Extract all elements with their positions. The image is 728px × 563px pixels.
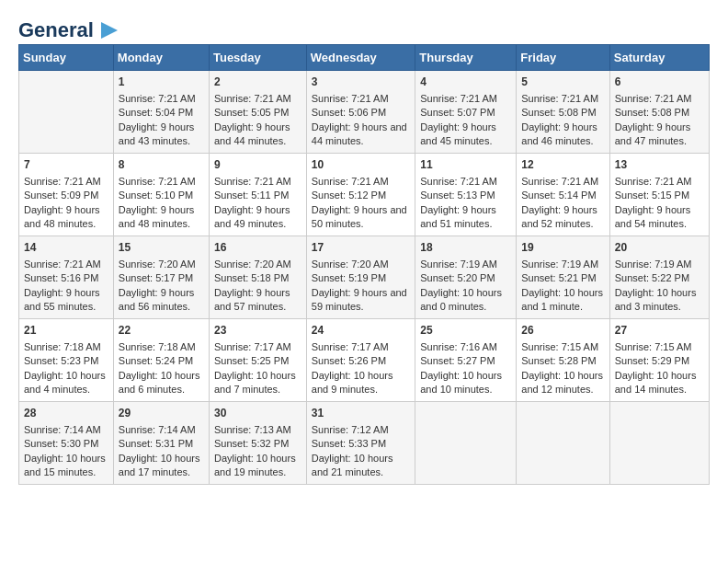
- sunset-text: Sunset: 5:29 PM: [615, 355, 689, 366]
- day-number: 28: [24, 406, 108, 421]
- sunset-text: Sunset: 5:32 PM: [214, 438, 289, 449]
- calendar-cell: 14Sunrise: 7:21 AMSunset: 5:16 PMDayligh…: [19, 236, 114, 319]
- day-number: 30: [214, 406, 301, 421]
- sunset-text: Sunset: 5:14 PM: [521, 190, 596, 201]
- calendar-cell: 30Sunrise: 7:13 AMSunset: 5:32 PMDayligh…: [209, 402, 306, 485]
- sunrise-text: Sunrise: 7:20 AM: [119, 259, 196, 270]
- weekday-header: Tuesday: [209, 45, 306, 71]
- day-number: 31: [312, 406, 410, 421]
- sunset-text: Sunset: 5:28 PM: [521, 355, 596, 366]
- calendar-cell: 15Sunrise: 7:20 AMSunset: 5:17 PMDayligh…: [113, 236, 209, 319]
- daylight-text: Daylight: 9 hours and 56 minutes.: [119, 287, 195, 312]
- sunrise-text: Sunrise: 7:21 AM: [312, 176, 389, 187]
- calendar-week-row: 7Sunrise: 7:21 AMSunset: 5:09 PMDaylight…: [19, 154, 710, 236]
- page-header: General: [18, 18, 710, 35]
- day-number: 6: [615, 75, 704, 90]
- calendar-cell: 31Sunrise: 7:12 AMSunset: 5:33 PMDayligh…: [306, 402, 415, 485]
- sunrise-text: Sunrise: 7:21 AM: [24, 176, 101, 187]
- weekday-header: Thursday: [415, 45, 517, 71]
- weekday-header: Friday: [517, 45, 609, 71]
- daylight-text: Daylight: 9 hours and 49 minutes.: [214, 204, 290, 229]
- sunrise-text: Sunrise: 7:21 AM: [420, 93, 497, 104]
- weekday-header: Sunday: [19, 45, 114, 71]
- svg-marker-0: [101, 22, 118, 39]
- day-number: 8: [119, 157, 204, 173]
- sunset-text: Sunset: 5:31 PM: [119, 438, 193, 449]
- daylight-text: Daylight: 10 hours and 19 minutes.: [214, 453, 296, 477]
- day-number: 27: [615, 323, 704, 339]
- sunset-text: Sunset: 5:12 PM: [312, 190, 386, 201]
- daylight-text: Daylight: 9 hours and 48 minutes.: [24, 204, 100, 229]
- weekday-header: Wednesday: [306, 45, 415, 71]
- sunset-text: Sunset: 5:23 PM: [24, 355, 98, 366]
- day-number: 19: [521, 240, 604, 256]
- day-number: 29: [119, 406, 204, 421]
- calendar-cell: 10Sunrise: 7:21 AMSunset: 5:12 PMDayligh…: [306, 154, 415, 236]
- daylight-text: Daylight: 10 hours and 21 minutes.: [312, 453, 393, 477]
- day-number: 18: [420, 240, 511, 256]
- sunrise-text: Sunrise: 7:19 AM: [521, 259, 598, 270]
- sunrise-text: Sunrise: 7:13 AM: [214, 424, 291, 435]
- calendar-week-row: 28Sunrise: 7:14 AMSunset: 5:30 PMDayligh…: [19, 402, 710, 485]
- sunset-text: Sunset: 5:25 PM: [214, 355, 289, 366]
- daylight-text: Daylight: 9 hours and 50 minutes.: [312, 204, 407, 229]
- sunrise-text: Sunrise: 7:21 AM: [615, 93, 692, 104]
- calendar-cell: 7Sunrise: 7:21 AMSunset: 5:09 PMDaylight…: [19, 154, 114, 236]
- daylight-text: Daylight: 9 hours and 44 minutes.: [214, 121, 290, 146]
- day-number: 26: [521, 323, 604, 339]
- daylight-text: Daylight: 10 hours and 12 minutes.: [521, 370, 603, 395]
- daylight-text: Daylight: 10 hours and 10 minutes.: [420, 370, 502, 395]
- day-number: 22: [119, 323, 204, 339]
- sunrise-text: Sunrise: 7:21 AM: [521, 93, 598, 104]
- day-number: 4: [420, 75, 511, 90]
- daylight-text: Daylight: 10 hours and 0 minutes.: [420, 287, 502, 312]
- sunrise-text: Sunrise: 7:21 AM: [420, 176, 497, 187]
- sunset-text: Sunset: 5:11 PM: [214, 190, 289, 201]
- day-number: 7: [24, 157, 108, 173]
- logo: General: [18, 18, 119, 35]
- calendar-header-row: SundayMondayTuesdayWednesdayThursdayFrid…: [19, 45, 710, 71]
- sunrise-text: Sunrise: 7:19 AM: [615, 259, 692, 270]
- sunset-text: Sunset: 5:17 PM: [119, 272, 193, 283]
- sunset-text: Sunset: 5:04 PM: [119, 107, 193, 118]
- sunset-text: Sunset: 5:19 PM: [312, 272, 386, 283]
- calendar-cell: 22Sunrise: 7:18 AMSunset: 5:24 PMDayligh…: [113, 319, 209, 402]
- sunrise-text: Sunrise: 7:21 AM: [119, 176, 196, 187]
- daylight-text: Daylight: 10 hours and 14 minutes.: [615, 370, 697, 395]
- day-number: 17: [312, 240, 410, 256]
- sunrise-text: Sunrise: 7:21 AM: [214, 176, 291, 187]
- calendar-cell: 26Sunrise: 7:15 AMSunset: 5:28 PMDayligh…: [517, 319, 609, 402]
- sunrise-text: Sunrise: 7:21 AM: [521, 176, 598, 187]
- sunrise-text: Sunrise: 7:20 AM: [312, 259, 389, 270]
- sunrise-text: Sunrise: 7:21 AM: [615, 176, 692, 187]
- daylight-text: Daylight: 10 hours and 4 minutes.: [24, 370, 106, 395]
- calendar-cell: 6Sunrise: 7:21 AMSunset: 5:08 PMDaylight…: [609, 71, 709, 154]
- daylight-text: Daylight: 9 hours and 46 minutes.: [521, 121, 597, 146]
- daylight-text: Daylight: 9 hours and 55 minutes.: [24, 287, 100, 312]
- calendar-cell: [19, 71, 114, 154]
- calendar-body: 1Sunrise: 7:21 AMSunset: 5:04 PMDaylight…: [19, 71, 710, 485]
- sunrise-text: Sunrise: 7:19 AM: [420, 259, 497, 270]
- sunrise-text: Sunrise: 7:16 AM: [420, 341, 497, 352]
- calendar-cell: 19Sunrise: 7:19 AMSunset: 5:21 PMDayligh…: [517, 236, 609, 319]
- sunset-text: Sunset: 5:07 PM: [420, 107, 495, 118]
- calendar-cell: 9Sunrise: 7:21 AMSunset: 5:11 PMDaylight…: [209, 154, 306, 236]
- sunset-text: Sunset: 5:06 PM: [312, 107, 386, 118]
- day-number: 3: [312, 75, 410, 90]
- day-number: 11: [420, 157, 511, 173]
- daylight-text: Daylight: 9 hours and 51 minutes.: [420, 204, 496, 229]
- calendar-cell: [609, 402, 709, 485]
- sunrise-text: Sunrise: 7:21 AM: [119, 93, 196, 104]
- sunrise-text: Sunrise: 7:17 AM: [312, 341, 389, 352]
- day-number: 16: [214, 240, 301, 256]
- calendar-cell: 27Sunrise: 7:15 AMSunset: 5:29 PMDayligh…: [609, 319, 709, 402]
- calendar-cell: 1Sunrise: 7:21 AMSunset: 5:04 PMDaylight…: [113, 71, 209, 154]
- calendar-cell: 20Sunrise: 7:19 AMSunset: 5:22 PMDayligh…: [609, 236, 709, 319]
- sunrise-text: Sunrise: 7:14 AM: [24, 424, 101, 435]
- daylight-text: Daylight: 10 hours and 7 minutes.: [214, 370, 296, 395]
- sunrise-text: Sunrise: 7:14 AM: [119, 424, 196, 435]
- calendar-cell: 18Sunrise: 7:19 AMSunset: 5:20 PMDayligh…: [415, 236, 517, 319]
- daylight-text: Daylight: 10 hours and 15 minutes.: [24, 453, 106, 477]
- calendar-cell: 5Sunrise: 7:21 AMSunset: 5:08 PMDaylight…: [517, 71, 609, 154]
- calendar-cell: 21Sunrise: 7:18 AMSunset: 5:23 PMDayligh…: [19, 319, 114, 402]
